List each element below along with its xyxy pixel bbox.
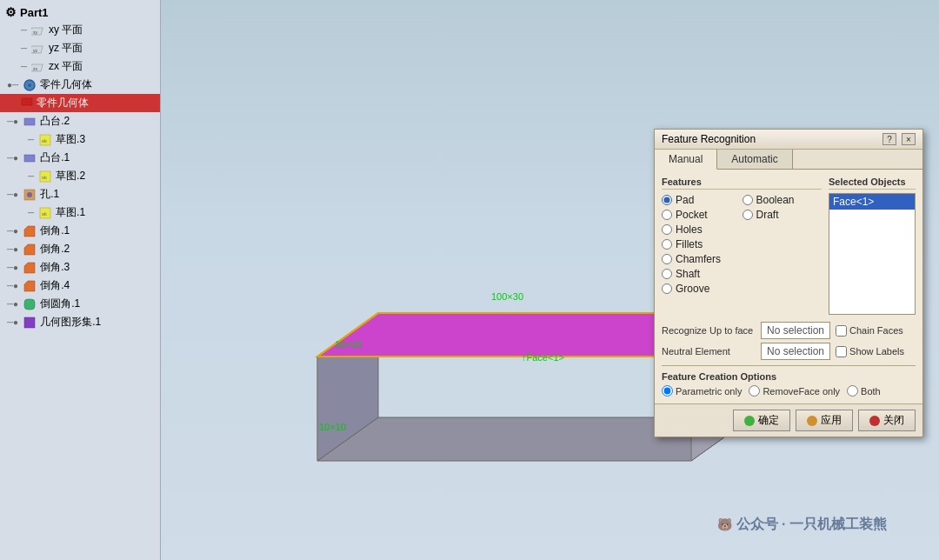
sidebar-item-chamfer4[interactable]: ─● 倒角.4 bbox=[0, 277, 160, 295]
feature-chamfers[interactable]: Chamfers bbox=[662, 252, 822, 266]
both-option[interactable]: Both bbox=[847, 385, 881, 397]
chamfer2-icon bbox=[23, 243, 37, 256]
main-container: ⚙ Part1 ─ xy xy 平面 ─ yz yz 平面 ─ zx zx 平面 bbox=[0, 0, 939, 560]
tab-automatic[interactable]: Automatic bbox=[717, 150, 792, 169]
chamfer4-icon bbox=[23, 280, 37, 292]
sidebar-item-geometry-root[interactable]: ●─ 零件几何体 bbox=[0, 76, 160, 94]
chain-faces-label: Chain Faces bbox=[849, 325, 903, 336]
sidebar-item-pad2[interactable]: ─● 凸台.2 bbox=[0, 112, 160, 130]
connector-icon: ─● bbox=[7, 317, 18, 327]
radio-draft[interactable] bbox=[743, 210, 753, 220]
connector-icon: ─ bbox=[28, 135, 34, 144]
feature-fillets[interactable]: Fillets bbox=[662, 237, 822, 251]
sidebar-item-xy-plane[interactable]: ─ xy xy 平面 bbox=[0, 21, 160, 39]
tab-manual[interactable]: Manual bbox=[655, 150, 717, 170]
feature-draft[interactable]: Draft bbox=[743, 208, 822, 222]
radio-parametric[interactable] bbox=[662, 385, 673, 397]
feature-creation-label: Feature Creation Options bbox=[662, 371, 916, 382]
pad-icon bbox=[21, 97, 33, 110]
connector-icon: ─● bbox=[7, 299, 18, 309]
feature-pocket[interactable]: Pocket bbox=[662, 208, 742, 222]
dialog-title: Feature Recognition bbox=[662, 133, 756, 145]
removeface-option[interactable]: RemoveFace only bbox=[749, 385, 840, 397]
feature-creation-section: Feature Creation Options Parametric only… bbox=[662, 371, 916, 397]
sidebar-item-sketch1[interactable]: ─ sk 草图.1 bbox=[0, 203, 160, 222]
chamfer1-icon bbox=[23, 225, 37, 237]
svg-marker-21 bbox=[24, 263, 35, 273]
svg-text:sk: sk bbox=[42, 175, 48, 180]
sidebar-item-chamfer3[interactable]: ─● 倒角.3 bbox=[0, 258, 160, 277]
sidebar-item-yz-plane[interactable]: ─ yz yz 平面 bbox=[0, 39, 160, 57]
neutral-element-row: Neutral Element No selection Show Labels bbox=[662, 343, 916, 360]
chamfer3-icon bbox=[23, 262, 37, 274]
radio-shaft[interactable] bbox=[662, 269, 672, 279]
apply-label: 应用 bbox=[821, 413, 842, 428]
connector-icon: ─● bbox=[7, 190, 18, 199]
confirm-icon bbox=[744, 416, 755, 426]
feature-groove[interactable]: Groove bbox=[662, 282, 822, 296]
show-labels-checkbox[interactable] bbox=[836, 346, 847, 357]
connector-icon: ─ bbox=[21, 25, 27, 35]
sidebar-item-pad1[interactable]: ─● 凸台.1 bbox=[0, 149, 160, 167]
pocket-label: Pocket bbox=[676, 209, 708, 221]
apply-button[interactable]: 应用 bbox=[796, 410, 853, 431]
radio-groove[interactable] bbox=[662, 283, 672, 294]
sidebar-item-hole1[interactable]: ─● 孔.1 bbox=[0, 185, 160, 203]
chamfers-label: Chamfers bbox=[676, 253, 721, 265]
recognize-up-to-face-row: Recognize Up to face No selection Chain … bbox=[662, 322, 916, 339]
parametric-option[interactable]: Parametric only bbox=[662, 385, 742, 397]
sidebar-item-geometry-selected[interactable]: 零件几何体 bbox=[0, 94, 160, 112]
feature-holes[interactable]: Holes bbox=[662, 223, 822, 237]
watermark-text: 公众号 · 一只机械工装熊 bbox=[736, 517, 887, 531]
feature-shaft[interactable]: Shaft bbox=[662, 267, 822, 281]
yz-plane-label: yz 平面 bbox=[49, 41, 83, 56]
radio-pad[interactable] bbox=[662, 195, 672, 205]
watermark-icon: 🐻 bbox=[717, 517, 732, 531]
dialog-title-bar: Feature Recognition ? × bbox=[655, 130, 922, 150]
svg-marker-22 bbox=[24, 281, 35, 291]
parametric-label: Parametric only bbox=[676, 386, 742, 397]
dialog-help-button[interactable]: ? bbox=[882, 133, 896, 145]
fillet1-label: 倒圆角.1 bbox=[40, 297, 80, 311]
connector-icon: ─ bbox=[21, 43, 27, 53]
feature-boolean[interactable]: Boolean bbox=[743, 193, 822, 207]
show-labels-checkbox-label[interactable]: Show Labels bbox=[836, 346, 904, 357]
chain-faces-checkbox[interactable] bbox=[836, 325, 847, 337]
features-label: Features bbox=[662, 177, 822, 190]
connector-icon: ─● bbox=[7, 117, 18, 126]
radio-boolean[interactable] bbox=[743, 195, 753, 205]
selected-objects-list[interactable]: Face<1> bbox=[829, 193, 916, 315]
svg-text:↑Face<1>: ↑Face<1> bbox=[522, 352, 564, 363]
feature-pad[interactable]: Pad bbox=[662, 193, 742, 207]
geometry-selected-label: 零件几何体 bbox=[37, 96, 89, 110]
dialog-controls: ? × bbox=[882, 133, 916, 145]
apply-icon bbox=[807, 416, 817, 426]
sidebar-item-zx-plane[interactable]: ─ zx zx 平面 bbox=[0, 57, 160, 76]
selected-object-face1[interactable]: Face<1> bbox=[829, 194, 915, 210]
sketch2-label: 草图.2 bbox=[56, 169, 85, 183]
radio-holes[interactable] bbox=[662, 224, 672, 235]
sidebar-item-sketch3[interactable]: ─ sk 草图.3 bbox=[0, 130, 160, 149]
geomset1-label: 几何图形集.1 bbox=[40, 315, 101, 330]
radio-pocket[interactable] bbox=[662, 210, 672, 220]
dialog-body: Features Pad Boolean Pocket bbox=[655, 170, 922, 403]
sidebar-item-chamfer2[interactable]: ─● 倒角.2 bbox=[0, 240, 160, 258]
sidebar-item-fillet1[interactable]: ─● 倒圆角.1 bbox=[0, 295, 160, 313]
close-dialog-icon bbox=[869, 416, 880, 426]
sidebar-item-geomset1[interactable]: ─● 几何图形集.1 bbox=[0, 313, 160, 331]
dialog-close-button[interactable]: × bbox=[902, 133, 916, 145]
radio-removeface[interactable] bbox=[749, 385, 760, 397]
close-dialog-button[interactable]: 关闭 bbox=[858, 410, 916, 431]
chain-faces-checkbox-label[interactable]: Chain Faces bbox=[836, 325, 903, 337]
hole1-label: 孔.1 bbox=[40, 187, 59, 202]
radio-fillets[interactable] bbox=[662, 239, 672, 250]
recognize-no-selection[interactable]: No selection bbox=[761, 322, 830, 339]
confirm-button[interactable]: 确定 bbox=[733, 410, 790, 431]
neutral-no-selection[interactable]: No selection bbox=[761, 343, 830, 360]
groove-label: Groove bbox=[676, 283, 709, 295]
radio-chamfers[interactable] bbox=[662, 254, 672, 264]
svg-text:xy: xy bbox=[33, 30, 38, 35]
sidebar-item-sketch2[interactable]: ─ sk 草图.2 bbox=[0, 167, 160, 185]
sidebar-item-chamfer1[interactable]: ─● 倒角.1 bbox=[0, 222, 160, 240]
radio-both[interactable] bbox=[847, 385, 858, 397]
